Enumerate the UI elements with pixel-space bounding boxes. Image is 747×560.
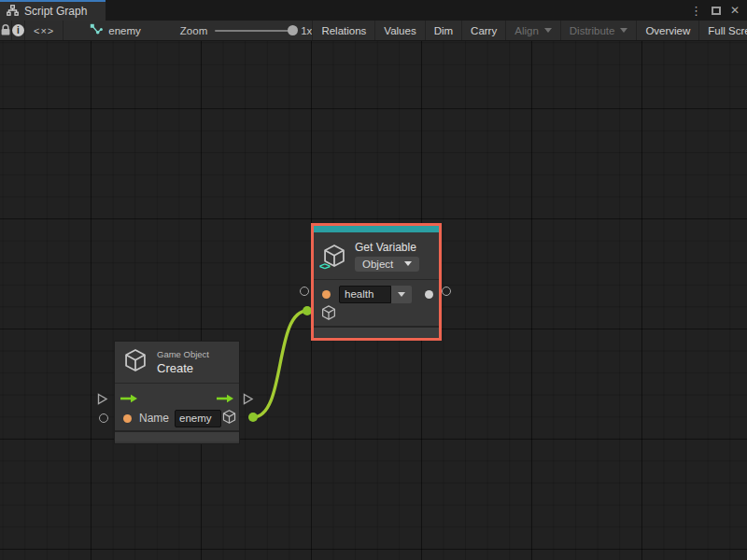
chevron-down-icon (620, 28, 627, 33)
flow-input-arrow-icon[interactable] (120, 390, 138, 407)
create-header: Game Object Create (115, 342, 239, 383)
variable-input-port-marker[interactable] (300, 287, 309, 296)
chevron-down-icon (404, 261, 412, 266)
info-button[interactable]: i (12, 21, 25, 40)
get-variable-node[interactable]: <> Get Variable Object (311, 223, 442, 341)
hierarchy-icon (7, 3, 19, 20)
node-footer (115, 430, 239, 441)
window-controls: ⋮ ✕ (690, 0, 747, 21)
get-variable-header: <> Get Variable Object (314, 232, 439, 279)
zoom-label: Zoom (180, 25, 207, 36)
dim-button[interactable]: Dim (425, 21, 461, 40)
close-icon[interactable]: ✕ (730, 5, 740, 16)
values-button[interactable]: Values (374, 21, 424, 40)
gameobject-input-cube-icon[interactable] (320, 304, 337, 325)
info-icon: i (12, 24, 24, 36)
name-row: Name (115, 406, 239, 430)
node-footer (314, 326, 439, 337)
node-title: Get Variable (355, 241, 419, 254)
variable-name-input[interactable] (339, 286, 391, 303)
tab-script-graph[interactable]: Script Graph (0, 0, 106, 21)
flow-output-arrow-icon[interactable] (216, 390, 234, 407)
code-preview-button[interactable]: <×> (25, 21, 63, 40)
graph-icon (90, 23, 103, 37)
lock-button[interactable] (0, 21, 12, 40)
wire-start-dot[interactable] (248, 413, 258, 422)
zoom-slider-handle[interactable] (288, 25, 298, 35)
carry-button[interactable]: Carry (461, 21, 505, 40)
variable-name-port[interactable] (322, 290, 331, 299)
toolbar-buttons: Relations Values Dim Carry Align Distrib… (312, 21, 747, 40)
name-label: Name (139, 412, 169, 425)
full-screen-button[interactable]: Full Screen (698, 21, 747, 40)
graph-toolbar: i <×> enemy Zoom 1x (0, 21, 747, 41)
distribute-dropdown-button[interactable]: Distribute (560, 21, 637, 40)
align-dropdown-button[interactable]: Align (505, 21, 560, 40)
flow-input-port-marker[interactable] (97, 392, 108, 409)
maximize-icon[interactable] (712, 7, 721, 15)
variable-name-dropdown[interactable] (391, 286, 412, 303)
name-value-port[interactable] (123, 414, 132, 423)
create-node[interactable]: Game Object Create (114, 341, 240, 444)
code-preview-icon: <×> (34, 25, 54, 36)
variable-angle-brackets-icon: <> (319, 260, 330, 272)
chevron-down-icon (544, 28, 552, 33)
window-menu-icon[interactable]: ⋮ (690, 5, 702, 17)
tab-bar: Script Graph ⋮ ✕ (0, 0, 747, 21)
variable-cube-icon: <> (321, 243, 347, 269)
connection-wire[interactable] (253, 311, 307, 417)
graph-canvas[interactable]: <> Get Variable Object (0, 41, 747, 560)
overview-button[interactable]: Overview (636, 21, 698, 40)
lock-icon (0, 23, 11, 38)
graph-name: enemy (108, 25, 141, 36)
get-variable-body (314, 280, 439, 326)
variable-header-strip (314, 226, 439, 232)
flow-row (115, 384, 239, 406)
tab-label: Script Graph (24, 5, 87, 18)
name-input-port-marker[interactable] (99, 413, 108, 423)
variable-scope-dropdown[interactable]: Object (355, 257, 419, 272)
node-supertitle: Game Object (157, 349, 209, 359)
flow-output-port-marker[interactable] (243, 392, 254, 409)
gameobject-output-cube-icon[interactable] (221, 409, 237, 428)
zoom-value: 1x (301, 25, 312, 36)
relations-button[interactable]: Relations (312, 21, 374, 40)
gameobject-cube-icon (122, 347, 148, 377)
name-input[interactable] (175, 410, 221, 427)
zoom-slider[interactable] (215, 30, 293, 32)
graph-breadcrumb[interactable]: enemy (84, 21, 147, 40)
script-graph-window: Script Graph ⋮ ✕ i <×> (0, 0, 747, 560)
chevron-down-icon (398, 292, 405, 297)
node-title: Create (157, 361, 209, 375)
value-output-port[interactable] (425, 290, 433, 299)
value-output-port-marker[interactable] (442, 287, 451, 296)
zoom-control: Zoom 1x (180, 21, 313, 40)
